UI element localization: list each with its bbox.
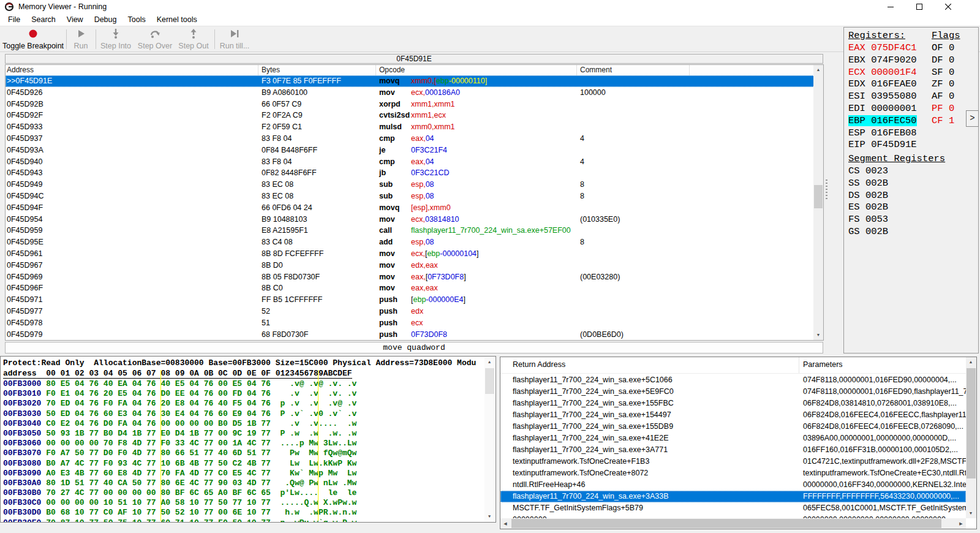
disasm-row[interactable]: 0F45D967 8B D0 movedx,eax (6, 260, 823, 271)
disasm-row[interactable]: 0F45D92B 66 0F57 C9 xorpdxmm1,xmm1 (6, 99, 823, 110)
segment-register-row[interactable]: GS 002B (848, 226, 888, 238)
disasm-row[interactable]: 0F45D93A 0F84 B448F6FF je0F3C21F4 (6, 145, 823, 156)
hex-row[interactable]: 00FB30D0 B0 68 10 77 C0 AF 10 77 50 52 1… (3, 508, 477, 518)
menu-item[interactable]: Search (26, 13, 61, 26)
scroll-down-icon[interactable]: ▼ (484, 512, 494, 521)
segment-register-row[interactable]: ES 002B (848, 202, 888, 214)
segment-register-row[interactable]: DS 002B (848, 190, 888, 202)
disasm-row[interactable]: 0F45D949 83 EC 08 subesp,08 8 (6, 179, 823, 191)
scroll-up-icon[interactable]: ▲ (484, 357, 494, 367)
hex-row[interactable]: 00FB30B0 70 27 4C 77 00 00 00 00 80 BF 6… (3, 488, 477, 498)
stack-row[interactable]: flashplayer11_7r700_224_win_sa.exe+155FB… (500, 398, 966, 409)
scroll-down-icon[interactable]: ▼ (966, 508, 976, 518)
stack-row[interactable]: flashplayer11_7r700_224_win_sa.exe+3A33B… (500, 491, 966, 502)
register-row[interactable]: ESI 03955080 (848, 91, 917, 103)
run-button[interactable]: Run (69, 28, 93, 51)
stack-horizontal-scrollbar[interactable]: ◀ ▶ (500, 518, 966, 529)
scroll-right-icon[interactable]: ▶ (956, 518, 966, 529)
register-row[interactable]: ECX 000001F4 (848, 67, 917, 79)
hex-row[interactable]: 00FB3020 70 ED 04 76 F0 FA 04 76 20 E8 0… (3, 399, 477, 409)
column-divider[interactable] (576, 65, 577, 75)
disasm-row[interactable]: 0F45D933 F2 0F59 C1 mulsdxmm0,xmm1 (6, 121, 823, 133)
disasm-row[interactable]: 0F45D954 B9 10488103 movecx,03814810 (01… (6, 214, 823, 225)
stack-row[interactable]: textinputframework.TsfOneCreate+8072 tex… (500, 467, 966, 479)
flag-row[interactable]: ZF 0 (932, 78, 954, 91)
splitter-handle[interactable] (826, 180, 827, 199)
disasm-row[interactable]: 0F45D926 B9 A0860100 movecx,000186A0 100… (6, 87, 823, 99)
disasm-row[interactable]: 0F45D971 FF B5 1CFFFFFF push[ebp-000000E… (6, 294, 823, 306)
run-till-button[interactable]: Run till... (217, 28, 252, 51)
stack-row[interactable]: 00000000 00000000,00000000,00000000,0000… (500, 514, 966, 518)
register-row[interactable]: ESP 016FEB08 (848, 127, 917, 140)
flag-row[interactable]: SF 0 (932, 67, 954, 79)
disasm-row[interactable]: 0F45D943 0F82 8448F6FF jb0F3C21CD (6, 167, 823, 179)
menu-item[interactable]: Tools (122, 13, 151, 26)
hex-row[interactable]: 00FB30E0 70 87 10 77 50 75 10 77 60 71 1… (3, 518, 477, 522)
hex-row[interactable]: 00FB3010 F0 E1 04 76 20 E5 04 76 D0 EE 0… (3, 389, 477, 399)
disasm-row[interactable]: 0F45D937 83 F8 04 cmpeax,04 4 (6, 133, 823, 145)
hex-row[interactable]: 00FB30C0 00 00 00 00 10 51 10 77 A0 58 1… (3, 498, 477, 508)
flag-row[interactable]: PF 0 (932, 103, 954, 115)
hexview-scrollbar[interactable]: ▲ ▼ (484, 357, 495, 521)
disasm-row[interactable]: >>0F45D91E F3 0F7E 85 F0FEFFFF movqxmm0,… (6, 75, 823, 87)
scrollbar-thumb[interactable] (485, 368, 494, 394)
minimize-button[interactable] (876, 0, 905, 13)
register-row[interactable]: EAX 075DF4C1 (848, 42, 917, 55)
menu-item[interactable]: Kernel tools (151, 13, 203, 26)
disasm-row[interactable]: 0F45D961 8B 8D FCFEFFFF movecx,[ebp-0000… (6, 248, 823, 260)
scrollbar-thumb[interactable] (814, 185, 823, 208)
column-divider[interactable] (799, 357, 799, 373)
register-row[interactable]: EIP 0F45D91E (848, 139, 917, 151)
register-row[interactable]: EDX 016FEAE0 (848, 78, 917, 91)
hex-row[interactable]: 00FB3090 A0 E3 4B 77 60 E8 4D 77 70 FA 4… (3, 469, 477, 478)
disasm-row[interactable]: 0F45D969 8B 05 F8D0730F moveax,[0F73D0F8… (6, 271, 823, 283)
segment-register-row[interactable]: SS 002B (848, 178, 888, 190)
hex-row[interactable]: 00FB3070 F0 A7 50 77 D0 F0 4D 77 80 66 5… (3, 448, 477, 458)
menu-item[interactable]: Debug (89, 13, 123, 26)
segment-register-row[interactable]: CS 0023 (848, 165, 888, 178)
scroll-left-icon[interactable]: ◀ (500, 518, 510, 529)
stack-row[interactable]: ntdll.RtlFreeHeap+46 00000000,016FF340,0… (500, 479, 966, 491)
flag-row[interactable]: AF 0 (932, 91, 954, 103)
register-row[interactable]: EDI 00000001 (848, 103, 917, 115)
stack-row[interactable]: flashplayer11_7r700_224_win_sa.exe+41E2E… (500, 433, 966, 444)
scrollbar-thumb[interactable] (511, 519, 941, 528)
stack-row[interactable]: textinputframework.TsfOneCreate+F1B3 01C… (500, 456, 966, 467)
hex-row[interactable]: 00FB30A0 80 1D 51 77 40 CA 50 77 80 6E 4… (3, 478, 477, 488)
stack-row[interactable]: flashplayer11_7r700_224_win_sa.exe+155DB… (500, 421, 966, 433)
disasm-row[interactable]: 0F45D977 52 pushedx (6, 306, 823, 317)
disasm-row[interactable]: 0F45D92F F2 0F2A C9 cvtsi2sdxmm1,ecx (6, 110, 823, 121)
menu-item[interactable]: View (61, 13, 89, 26)
hex-row[interactable]: 00FB3040 C0 E2 04 76 D0 FA 04 76 00 00 0… (3, 419, 477, 429)
flag-row[interactable]: CF 1 (932, 115, 954, 127)
disasm-row[interactable]: 0F45D959 E8 A21595F1 callflashplayer11_7… (6, 225, 823, 236)
register-row[interactable]: EBX 074F9020 (848, 55, 917, 67)
stack-row[interactable]: flashplayer11_7r700_224_win_sa.exe+5C106… (500, 374, 966, 386)
disassembly-scrollbar[interactable]: ▲ ▼ (813, 65, 823, 340)
column-divider[interactable] (258, 65, 258, 75)
maximize-button[interactable] (905, 0, 933, 13)
segment-register-row[interactable]: FS 0053 (848, 214, 888, 226)
step-out-button[interactable]: Step Out (176, 28, 211, 51)
stack-row[interactable]: flashplayer11_7r700_224_win_sa.exe+3A771… (500, 444, 966, 456)
hex-row[interactable]: 00FB3000 80 E5 04 76 40 EA 04 76 40 E5 0… (3, 379, 477, 389)
scroll-up-icon[interactable]: ▲ (966, 357, 976, 367)
scrollbar-thumb[interactable] (967, 368, 976, 478)
column-divider[interactable] (375, 65, 376, 75)
hex-row[interactable]: 00FB3080 B0 A7 4C 77 F0 93 4C 77 10 6B 4… (3, 459, 477, 469)
disasm-row[interactable]: 0F45D94F 66 0FD6 04 24 movq[esp],xmm0 (6, 202, 823, 214)
step-into-button[interactable]: Step Into (98, 28, 134, 51)
flag-row[interactable]: DF 0 (932, 55, 954, 67)
disasm-row[interactable]: 0F45D96F 8B C0 moveax,eax (6, 282, 823, 294)
disasm-row[interactable]: 0F45D940 83 F8 04 cmpeax,04 4 (6, 156, 823, 168)
stack-row[interactable]: flashplayer11_7r700_224_win_sa.exe+15449… (500, 409, 966, 421)
disasm-row[interactable]: 0F45D978 51 pushecx (6, 317, 823, 329)
flag-row[interactable]: OF 0 (932, 42, 954, 55)
column-divider[interactable] (689, 65, 690, 75)
hex-row[interactable]: 00FB3030 50 ED 04 76 60 E3 04 76 30 E4 0… (3, 409, 477, 419)
menu-item[interactable]: File (2, 13, 26, 26)
hex-row[interactable]: 00FB3060 00 00 00 00 70 F8 4D 77 F0 33 4… (3, 439, 477, 448)
stack-row[interactable]: flashplayer11_7r700_224_win_sa.exe+5E9FC… (500, 386, 966, 398)
current-address-bar[interactable]: 0F45D91E (5, 54, 823, 64)
disasm-row[interactable]: 0F45D95E 83 C4 08 addesp,08 8 (6, 236, 823, 248)
